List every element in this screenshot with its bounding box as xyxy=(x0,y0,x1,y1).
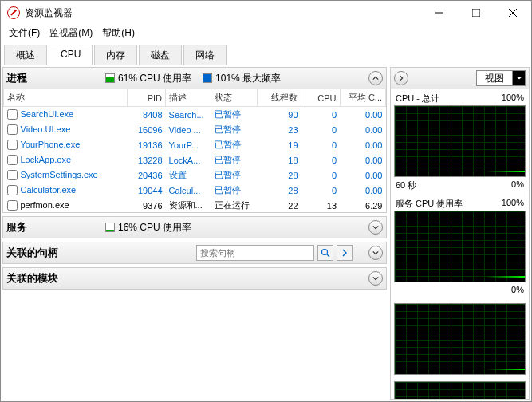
cell-status: 正在运行 xyxy=(211,198,257,212)
table-row[interactable]: Video.UI.exe 16096 Video ... 已暂停 23 0 0.… xyxy=(4,122,386,137)
search-handles-input[interactable] xyxy=(196,245,314,261)
table-row[interactable]: perfmon.exe 9376 资源和... 正在运行 22 13 6.29 xyxy=(4,198,386,212)
graph-title: 60 秒 xyxy=(396,179,416,191)
titlebar: 资源监视器 xyxy=(1,1,531,25)
search-button[interactable] xyxy=(317,245,333,261)
cell-name: Calculator.exe xyxy=(4,183,128,198)
left-pane: 进程 61% CPU 使用率 101% 最大频率 名称 PID xyxy=(2,67,387,400)
graph-value: 0% xyxy=(511,179,524,191)
menu-file[interactable]: 文件(F) xyxy=(4,25,45,41)
tab-memory[interactable]: 内存 xyxy=(94,45,137,65)
col-name[interactable]: 名称 xyxy=(4,89,128,107)
window-title: 资源监视器 xyxy=(25,6,421,20)
cell-threads: 19 xyxy=(257,137,301,152)
menubar: 文件(F) 监视器(M) 帮助(H) xyxy=(1,25,531,41)
cell-threads: 28 xyxy=(257,183,301,198)
cell-status: 已暂停 xyxy=(211,183,257,198)
cell-cpu: 0 xyxy=(301,122,341,137)
collapse-processes-button[interactable] xyxy=(368,71,383,85)
cell-status: 已暂停 xyxy=(211,168,257,183)
cell-pid: 13228 xyxy=(127,152,166,168)
col-status[interactable]: 状态 xyxy=(211,89,257,107)
col-cpu[interactable]: CPU xyxy=(301,89,341,107)
cell-desc: YourP... xyxy=(166,137,211,152)
row-checkbox[interactable] xyxy=(7,109,18,120)
max-freq-meter: 101% 最大频率 xyxy=(203,72,281,85)
graph-label: CPU - 总计100% xyxy=(394,92,526,105)
cell-threads: 23 xyxy=(257,122,301,137)
processes-table-wrap[interactable]: 名称 PID 描述 状态 线程数 CPU 平均 C... SearchUI.ex… xyxy=(3,89,386,212)
table-row[interactable]: SystemSettings.exe 20436 设置 已暂停 28 0 0.0… xyxy=(4,168,386,183)
search-next-button[interactable] xyxy=(337,245,353,261)
expand-services-button[interactable] xyxy=(368,220,383,235)
row-checkbox[interactable] xyxy=(7,124,18,135)
services-cpu-meter: 16% CPU 使用率 xyxy=(105,221,191,235)
cell-desc: Search... xyxy=(166,107,211,123)
cell-avg: 0.00 xyxy=(340,168,385,183)
cell-cpu: 0 xyxy=(301,107,341,123)
graph-title: CPU - 总计 xyxy=(396,93,439,104)
menu-help[interactable]: 帮助(H) xyxy=(97,25,140,41)
graph-box xyxy=(394,381,526,399)
cell-cpu: 0 xyxy=(301,183,341,198)
search-row xyxy=(196,245,353,261)
section-services: 服务 16% CPU 使用率 xyxy=(2,216,387,238)
modules-title: 关联的模块 xyxy=(6,271,94,286)
graph-title: 服务 CPU 使用率 xyxy=(396,198,463,210)
table-header-row: 名称 PID 描述 状态 线程数 CPU 平均 C... xyxy=(4,89,386,107)
window-controls xyxy=(421,1,531,25)
col-desc[interactable]: 描述 xyxy=(166,89,211,107)
col-pid[interactable]: PID xyxy=(127,89,166,107)
cell-pid: 9376 xyxy=(127,198,166,212)
handles-header[interactable]: 关联的句柄 xyxy=(3,242,386,263)
expand-handles-button[interactable] xyxy=(368,246,383,260)
services-cpu-label: 16% CPU 使用率 xyxy=(118,221,191,235)
table-row[interactable]: Calculator.exe 19044 Calcul... 已暂停 28 0 … xyxy=(4,183,386,198)
table-row[interactable]: YourPhone.exe 19136 YourP... 已暂停 19 0 0.… xyxy=(4,137,386,152)
row-checkbox[interactable] xyxy=(7,155,18,165)
cpu-usage-label: 61% CPU 使用率 xyxy=(118,72,191,85)
services-header[interactable]: 服务 16% CPU 使用率 xyxy=(3,217,386,238)
graph-label: 0% xyxy=(394,284,526,295)
cell-threads: 22 xyxy=(257,198,301,212)
section-handles: 关联的句柄 xyxy=(2,242,387,264)
row-checkbox[interactable] xyxy=(7,140,18,150)
col-threads[interactable]: 线程数 xyxy=(257,89,301,107)
cell-avg: 0.00 xyxy=(340,137,385,152)
cell-status: 已暂停 xyxy=(211,107,257,123)
cell-avg: 6.29 xyxy=(340,198,385,212)
maximize-button[interactable] xyxy=(458,1,495,25)
graph-canvas xyxy=(394,211,526,282)
cell-desc: LockA... xyxy=(166,152,211,168)
row-checkbox[interactable] xyxy=(7,200,18,211)
view-dropdown[interactable]: 视图 xyxy=(476,70,526,86)
menu-monitor[interactable]: 监视器(M) xyxy=(45,25,97,41)
collapse-right-button[interactable] xyxy=(394,71,408,85)
cpu-usage-meter: 61% CPU 使用率 xyxy=(105,72,191,85)
tab-disk[interactable]: 磁盘 xyxy=(139,45,182,65)
tab-cpu[interactable]: CPU xyxy=(49,45,93,65)
graph-canvas xyxy=(394,381,526,399)
table-row[interactable]: SearchUI.exe 8408 Search... 已暂停 90 0 0.0… xyxy=(4,107,386,123)
tab-network[interactable]: 网络 xyxy=(183,45,227,65)
minimize-button[interactable] xyxy=(421,1,458,25)
view-label: 视图 xyxy=(477,72,512,85)
modules-header[interactable]: 关联的模块 xyxy=(3,268,386,289)
services-title: 服务 xyxy=(6,220,94,235)
cell-status: 已暂停 xyxy=(211,137,257,152)
table-row[interactable]: LockApp.exe 13228 LockA... 已暂停 18 0 0.00 xyxy=(4,152,386,168)
row-checkbox[interactable] xyxy=(7,170,18,180)
cell-cpu: 13 xyxy=(301,198,341,212)
cell-pid: 8408 xyxy=(127,107,166,123)
cell-status: 已暂停 xyxy=(211,152,257,168)
expand-modules-button[interactable] xyxy=(368,271,383,286)
row-checkbox[interactable] xyxy=(7,185,18,195)
close-button[interactable] xyxy=(495,1,531,25)
graph-label: 服务 CPU 使用率100% xyxy=(394,197,526,211)
tab-overview[interactable]: 概述 xyxy=(4,45,47,65)
graph-box: 服务 CPU 使用率100% xyxy=(394,197,526,282)
content: 进程 61% CPU 使用率 101% 最大频率 名称 PID xyxy=(1,65,531,401)
processes-header[interactable]: 进程 61% CPU 使用率 101% 最大频率 xyxy=(3,68,386,89)
graphs-container[interactable]: CPU - 总计100%60 秒0%服务 CPU 使用率100%0% xyxy=(391,89,529,399)
col-avg[interactable]: 平均 C... xyxy=(340,89,385,107)
